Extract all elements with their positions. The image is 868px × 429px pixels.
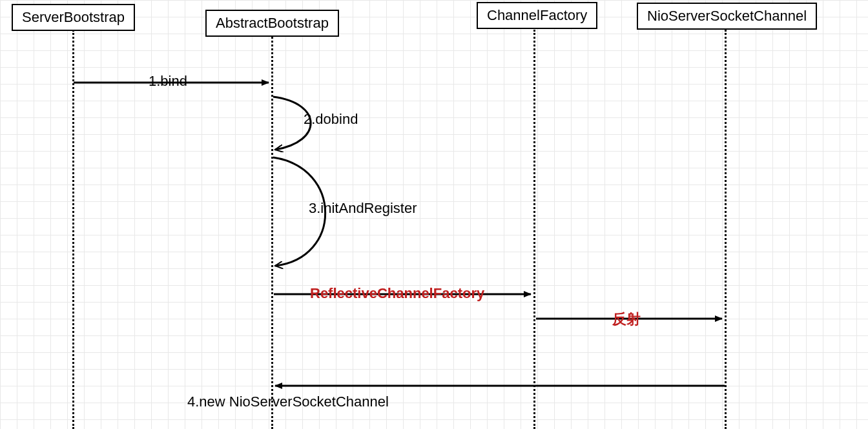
participant-label: ChannelFactory <box>487 7 587 23</box>
participant-nio-server-socket-channel: NioServerSocketChannel <box>637 3 817 30</box>
arrows-overlay <box>0 0 868 429</box>
participant-label: ServerBootstrap <box>22 9 125 25</box>
msg-reflection: 反射 <box>612 310 641 329</box>
msg-init-and-register: 3.initAndRegister <box>309 200 417 217</box>
participant-channel-factory: ChannelFactory <box>477 2 597 29</box>
participant-server-bootstrap: ServerBootstrap <box>12 4 135 31</box>
msg-new-nio-server-socket-channel: 4.new NioServerSocketChannel <box>187 394 389 410</box>
lifeline-channel-factory <box>533 30 535 429</box>
msg-dobind: 2.dobind <box>304 111 358 128</box>
msg-reflective-channel-factory: ReflectiveChannelFactory <box>310 285 484 302</box>
lifeline-server-bootstrap <box>72 30 74 429</box>
participant-label: NioServerSocketChannel <box>647 8 807 24</box>
msg-bind: 1.bind <box>149 73 187 90</box>
lifeline-nio-server-socket-channel <box>725 30 727 429</box>
lifeline-abstract-bootstrap <box>271 30 273 429</box>
participant-abstract-bootstrap: AbstractBootstrap <box>205 10 339 37</box>
participant-label: AbstractBootstrap <box>216 15 329 31</box>
